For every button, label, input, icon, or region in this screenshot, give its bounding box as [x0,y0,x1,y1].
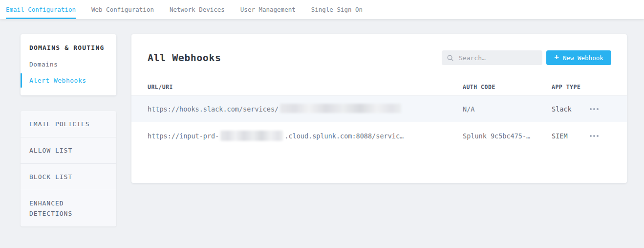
top-navigation: Email Configuration Web Configuration Ne… [0,0,644,19]
url-cell: https://hooks.slack.com/services/ [148,96,403,122]
page-title: All Webhooks [148,52,221,64]
search-icon [447,54,454,62]
sidebar-section-label: ALLOW LIST [29,145,72,156]
table-row[interactable]: https://input-prd-.cloud.splunk.com:8088… [131,122,627,150]
ellipsis-icon [590,135,599,137]
new-webhook-button[interactable]: + New Webhook [546,50,611,65]
sidebar-group-header: DOMAINS & ROUTING [21,41,116,56]
ellipsis-icon [590,108,599,110]
tab-single-sign-on[interactable]: Single Sign On [311,0,363,19]
sidebar-item-enhanced-detections[interactable]: ENHANCED DETECTIONS [21,190,116,226]
search-input[interactable] [458,54,537,62]
webhooks-panel: All Webhooks + New Webhook URL/URI AUTH … [131,34,627,183]
row-actions-menu-button[interactable] [583,122,605,150]
url-cell: https://input-prd-.cloud.splunk.com:8088… [148,122,404,150]
sidebar-section-label: ENHANCED DETECTIONS [29,198,107,219]
table-row[interactable]: https://hooks.slack.com/services/ N/A Sl… [131,96,627,122]
url-prefix: https://input-prd- [148,132,219,140]
url-prefix: https://hooks.slack.com/services/ [148,105,279,113]
plus-icon: + [554,53,559,61]
sidebar-item-alert-webhooks[interactable]: Alert Webhooks [21,72,116,89]
column-header-auth-code: AUTH CODE [463,84,495,90]
sidebar-item-allow-list[interactable]: ALLOW LIST [21,137,116,164]
app-type-cell: Slack [552,96,572,122]
column-header-app-type: APP TYPE [552,84,580,90]
row-actions-menu-button[interactable] [583,96,605,122]
url-suffix: .cloud.splunk.com:8088/servic… [284,132,404,140]
sidebar-item-label: Alert Webhooks [29,77,86,84]
tab-email-configuration[interactable]: Email Configuration [6,0,76,19]
auth-code-cell: N/A [463,96,474,122]
app-type-cell: SIEM [552,122,568,150]
tab-user-management[interactable]: User Management [240,0,296,19]
sidebar-domains-routing-card: DOMAINS & ROUTING Domains Alert Webhooks [21,34,116,95]
sidebar-item-block-list[interactable]: BLOCK LIST [21,164,116,190]
redacted-url-segment [280,104,401,113]
new-webhook-label: New Webhook [563,54,603,62]
sidebar-item-domains[interactable]: Domains [21,56,116,72]
column-header-url: URL/URI [148,84,173,90]
sidebar-item-email-policies[interactable]: EMAIL POLICIES [21,111,116,137]
auth-code-cell: Splunk 9c5bc475-… [463,122,530,150]
sidebar-section-label: EMAIL POLICIES [29,119,90,129]
redacted-url-segment [220,131,283,141]
sidebar-item-label: Domains [29,61,58,68]
tab-web-configuration[interactable]: Web Configuration [91,0,154,19]
search-box [442,50,542,65]
sidebar-section-label: BLOCK LIST [29,172,72,182]
sidebar-sections-card: EMAIL POLICIES ALLOW LIST BLOCK LIST ENH… [21,111,116,226]
tab-network-devices[interactable]: Network Devices [170,0,225,19]
